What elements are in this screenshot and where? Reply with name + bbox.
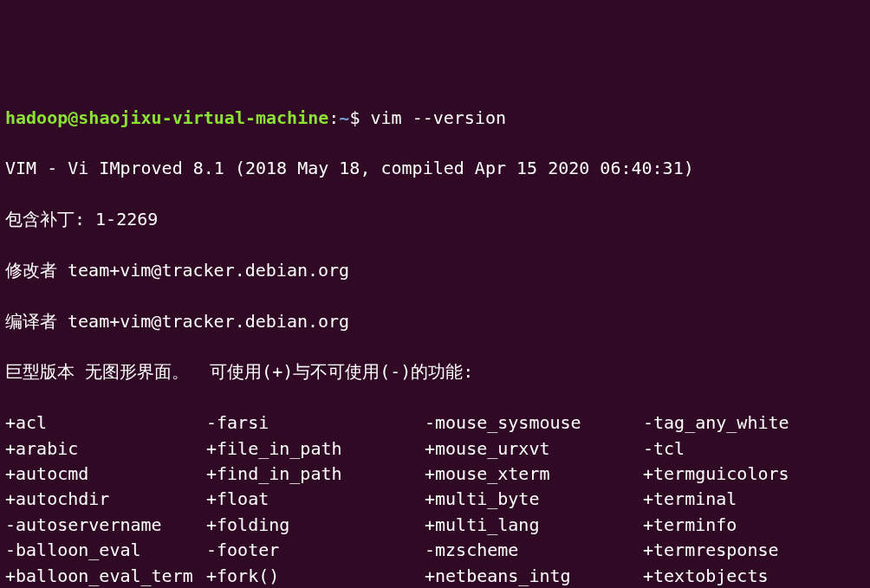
feature-item: -mzscheme (425, 538, 643, 563)
feature-item: +termresponse (643, 538, 865, 563)
prompt-at: @ (68, 107, 78, 128)
feature-item: -balloon_eval (5, 538, 206, 563)
feature-item: +folding (206, 513, 425, 538)
prompt-host: shaojixu-virtual-machine (78, 107, 328, 128)
feature-item: -farsi (206, 410, 425, 436)
prompt-sep1: : (328, 107, 339, 128)
feature-item: +file_in_path (206, 436, 425, 462)
command-text (360, 107, 370, 128)
patches-line: 包含补丁: 1-2269 (5, 207, 865, 232)
feature-item: +autocmd (5, 462, 206, 487)
prompt-user: hadoop (5, 107, 68, 128)
feature-item: +balloon_eval_term (5, 564, 206, 588)
feature-item: +float (206, 487, 425, 512)
prompt-path: ~ (339, 107, 349, 128)
feature-item: +acl (5, 410, 206, 436)
feature-item: +find_in_path (206, 462, 425, 487)
feature-item: +netbeans_intg (425, 564, 643, 588)
modified-by-line: 修改者 team+vim@tracker.debian.org (5, 258, 865, 283)
features-col-1: +acl+arabic+autocmd+autochdir-autoserver… (5, 410, 206, 588)
feature-item: -tcl (643, 436, 865, 462)
feature-item: +mouse_xterm (425, 462, 643, 487)
feature-item: +multi_lang (425, 513, 643, 538)
features-columns: +acl+arabic+autocmd+autochdir-autoserver… (5, 410, 865, 588)
features-col-2: -farsi+file_in_path+find_in_path+float+f… (206, 410, 425, 588)
prompt-sep2: $ (349, 107, 360, 128)
vim-version-line: VIM - Vi IMproved 8.1 (2018 May 18, comp… (5, 156, 865, 181)
feature-item: -footer (206, 538, 425, 563)
features-col-4: -tag_any_white-tcl+termguicolors+termina… (643, 410, 865, 588)
features-header-line: 巨型版本 无图形界面。 可使用(+)与不可使用(-)的功能: (5, 359, 865, 384)
feature-item: +mouse_urxvt (425, 436, 643, 462)
feature-item: +terminal (643, 487, 865, 512)
prompt-line[interactable]: hadoop@shaojixu-virtual-machine:~$ vim -… (5, 106, 865, 131)
feature-item: +autochdir (5, 487, 206, 512)
feature-item: -autoservername (5, 513, 206, 538)
compiled-by-line: 编译者 team+vim@tracker.debian.org (5, 309, 865, 334)
feature-item: +arabic (5, 436, 206, 462)
feature-item: +terminfo (643, 513, 865, 538)
features-col-3: -mouse_sysmouse+mouse_urxvt+mouse_xterm+… (425, 410, 643, 588)
feature-item: +fork() (206, 564, 425, 588)
feature-item: -mouse_sysmouse (425, 410, 643, 436)
command: vim --version (370, 107, 506, 128)
feature-item: -tag_any_white (643, 410, 865, 436)
feature-item: +termguicolors (643, 462, 865, 487)
feature-item: +multi_byte (425, 487, 643, 512)
feature-item: +textobjects (643, 564, 865, 588)
